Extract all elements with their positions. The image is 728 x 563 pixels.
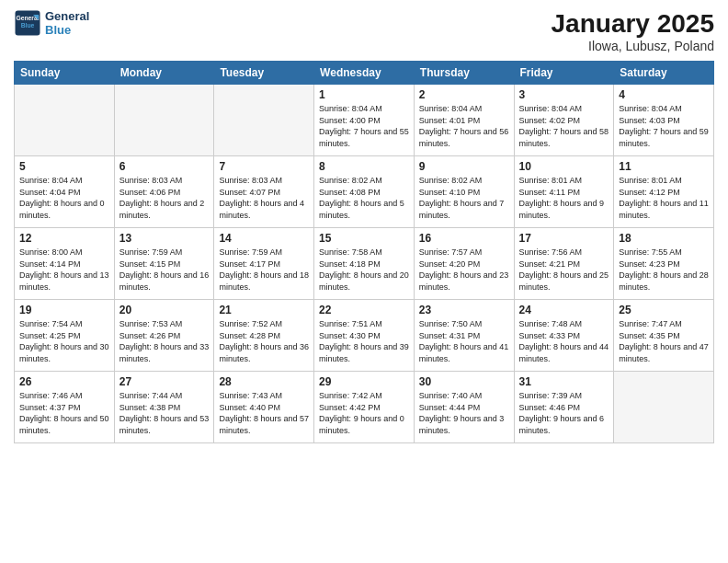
calendar-cell: 25 Sunrise: 7:47 AMSunset: 4:35 PMDaylig… bbox=[614, 300, 714, 372]
calendar-cell: 20 Sunrise: 7:53 AMSunset: 4:26 PMDaylig… bbox=[114, 300, 214, 372]
calendar-cell: 11 Sunrise: 8:01 AMSunset: 4:12 PMDaylig… bbox=[614, 156, 714, 228]
day-info: Sunrise: 7:57 AMSunset: 4:20 PMDaylight:… bbox=[419, 247, 509, 293]
day-info: Sunrise: 7:44 AMSunset: 4:38 PMDaylight:… bbox=[119, 390, 210, 436]
calendar-table: SundayMondayTuesdayWednesdayThursdayFrid… bbox=[14, 61, 714, 443]
calendar-week-row: 12 Sunrise: 8:00 AMSunset: 4:14 PMDaylig… bbox=[15, 228, 714, 300]
day-info: Sunrise: 8:04 AMSunset: 4:02 PMDaylight:… bbox=[519, 103, 609, 149]
day-info: Sunrise: 7:46 AMSunset: 4:37 PMDaylight:… bbox=[19, 390, 109, 436]
calendar-cell bbox=[15, 85, 115, 156]
day-number: 31 bbox=[519, 375, 609, 388]
day-number: 29 bbox=[319, 375, 409, 388]
calendar-cell: 15 Sunrise: 7:58 AMSunset: 4:18 PMDaylig… bbox=[314, 228, 415, 300]
logo-text: General Blue bbox=[45, 9, 89, 37]
calendar-cell: 4 Sunrise: 8:04 AMSunset: 4:03 PMDayligh… bbox=[614, 85, 714, 156]
day-number: 12 bbox=[19, 232, 109, 245]
day-info: Sunrise: 8:03 AMSunset: 4:07 PMDaylight:… bbox=[219, 175, 309, 221]
calendar-cell: 16 Sunrise: 7:57 AMSunset: 4:20 PMDaylig… bbox=[414, 228, 514, 300]
day-info: Sunrise: 7:50 AMSunset: 4:31 PMDaylight:… bbox=[419, 318, 509, 364]
day-number: 11 bbox=[619, 160, 709, 173]
day-info: Sunrise: 7:43 AMSunset: 4:40 PMDaylight:… bbox=[219, 390, 309, 436]
calendar-cell: 9 Sunrise: 8:02 AMSunset: 4:10 PMDayligh… bbox=[414, 156, 514, 228]
calendar-cell: 12 Sunrise: 8:00 AMSunset: 4:14 PMDaylig… bbox=[15, 228, 115, 300]
day-info: Sunrise: 7:48 AMSunset: 4:33 PMDaylight:… bbox=[519, 318, 609, 364]
day-number: 5 bbox=[19, 160, 109, 173]
calendar-cell bbox=[114, 85, 214, 156]
calendar-cell: 14 Sunrise: 7:59 AMSunset: 4:17 PMDaylig… bbox=[214, 228, 314, 300]
day-number: 4 bbox=[619, 88, 709, 101]
day-number: 8 bbox=[319, 160, 409, 173]
calendar-week-row: 5 Sunrise: 8:04 AMSunset: 4:04 PMDayligh… bbox=[15, 156, 714, 228]
day-number: 28 bbox=[219, 375, 309, 388]
day-info: Sunrise: 8:01 AMSunset: 4:12 PMDaylight:… bbox=[619, 175, 709, 221]
weekday-header: Tuesday bbox=[214, 62, 314, 85]
day-number: 20 bbox=[119, 304, 210, 316]
day-number: 26 bbox=[19, 375, 109, 388]
calendar-cell: 22 Sunrise: 7:51 AMSunset: 4:30 PMDaylig… bbox=[314, 300, 415, 372]
day-number: 19 bbox=[19, 304, 109, 316]
title-block: January 2025 Ilowa, Lubusz, Poland bbox=[552, 9, 714, 53]
day-info: Sunrise: 8:02 AMSunset: 4:10 PMDaylight:… bbox=[419, 175, 509, 221]
calendar-cell: 1 Sunrise: 8:04 AMSunset: 4:00 PMDayligh… bbox=[314, 85, 415, 156]
weekday-header: Wednesday bbox=[314, 62, 415, 85]
calendar-cell: 30 Sunrise: 7:40 AMSunset: 4:44 PMDaylig… bbox=[414, 372, 514, 443]
day-info: Sunrise: 7:40 AMSunset: 4:44 PMDaylight:… bbox=[419, 390, 509, 436]
calendar-cell: 31 Sunrise: 7:39 AMSunset: 4:46 PMDaylig… bbox=[514, 372, 614, 443]
calendar-cell: 10 Sunrise: 8:01 AMSunset: 4:11 PMDaylig… bbox=[514, 156, 614, 228]
calendar-container: General Blue General Blue January 2025 I… bbox=[0, 0, 728, 448]
calendar-cell: 17 Sunrise: 7:56 AMSunset: 4:21 PMDaylig… bbox=[514, 228, 614, 300]
day-number: 10 bbox=[519, 160, 609, 173]
calendar-cell: 18 Sunrise: 7:55 AMSunset: 4:23 PMDaylig… bbox=[614, 228, 714, 300]
day-number: 7 bbox=[219, 160, 309, 173]
day-info: Sunrise: 7:42 AMSunset: 4:42 PMDaylight:… bbox=[319, 390, 409, 436]
month-title: January 2025 bbox=[552, 9, 714, 39]
svg-text:Blue: Blue bbox=[21, 22, 35, 29]
day-info: Sunrise: 7:51 AMSunset: 4:30 PMDaylight:… bbox=[319, 318, 409, 364]
day-number: 15 bbox=[319, 232, 409, 245]
logo-line2: Blue bbox=[45, 23, 89, 37]
logo-line1: General bbox=[45, 9, 89, 23]
day-number: 6 bbox=[119, 160, 210, 173]
calendar-cell: 21 Sunrise: 7:52 AMSunset: 4:28 PMDaylig… bbox=[214, 300, 314, 372]
calendar-cell bbox=[214, 85, 314, 156]
calendar-cell: 3 Sunrise: 8:04 AMSunset: 4:02 PMDayligh… bbox=[514, 85, 614, 156]
day-number: 13 bbox=[119, 232, 210, 245]
calendar-cell: 19 Sunrise: 7:54 AMSunset: 4:25 PMDaylig… bbox=[15, 300, 115, 372]
calendar-week-row: 19 Sunrise: 7:54 AMSunset: 4:25 PMDaylig… bbox=[15, 300, 714, 372]
day-number: 17 bbox=[519, 232, 609, 245]
day-number: 23 bbox=[419, 304, 509, 316]
weekday-header: Sunday bbox=[15, 62, 115, 85]
day-info: Sunrise: 7:55 AMSunset: 4:23 PMDaylight:… bbox=[619, 247, 709, 293]
day-number: 25 bbox=[619, 304, 709, 316]
day-info: Sunrise: 8:04 AMSunset: 4:04 PMDaylight:… bbox=[19, 175, 109, 221]
day-info: Sunrise: 7:39 AMSunset: 4:46 PMDaylight:… bbox=[519, 390, 609, 436]
day-number: 21 bbox=[219, 304, 309, 316]
day-number: 9 bbox=[419, 160, 509, 173]
calendar-cell bbox=[614, 372, 714, 443]
logo-icon: General Blue bbox=[14, 9, 41, 37]
calendar-cell: 2 Sunrise: 8:04 AMSunset: 4:01 PMDayligh… bbox=[414, 85, 514, 156]
weekday-header: Saturday bbox=[614, 62, 714, 85]
calendar-week-row: 1 Sunrise: 8:04 AMSunset: 4:00 PMDayligh… bbox=[15, 85, 714, 156]
day-number: 30 bbox=[419, 375, 509, 388]
day-info: Sunrise: 8:03 AMSunset: 4:06 PMDaylight:… bbox=[119, 175, 210, 221]
day-info: Sunrise: 8:01 AMSunset: 4:11 PMDaylight:… bbox=[519, 175, 609, 221]
weekday-header-row: SundayMondayTuesdayWednesdayThursdayFrid… bbox=[15, 62, 714, 85]
calendar-cell: 28 Sunrise: 7:43 AMSunset: 4:40 PMDaylig… bbox=[214, 372, 314, 443]
day-info: Sunrise: 8:04 AMSunset: 4:01 PMDaylight:… bbox=[419, 103, 509, 149]
location: Ilowa, Lubusz, Poland bbox=[552, 39, 714, 53]
weekday-header: Thursday bbox=[414, 62, 514, 85]
calendar-cell: 27 Sunrise: 7:44 AMSunset: 4:38 PMDaylig… bbox=[114, 372, 214, 443]
calendar-week-row: 26 Sunrise: 7:46 AMSunset: 4:37 PMDaylig… bbox=[15, 372, 714, 443]
day-info: Sunrise: 8:04 AMSunset: 4:00 PMDaylight:… bbox=[319, 103, 409, 149]
calendar-cell: 23 Sunrise: 7:50 AMSunset: 4:31 PMDaylig… bbox=[414, 300, 514, 372]
logo: General Blue General Blue bbox=[14, 9, 89, 37]
day-number: 14 bbox=[219, 232, 309, 245]
calendar-cell: 8 Sunrise: 8:02 AMSunset: 4:08 PMDayligh… bbox=[314, 156, 415, 228]
day-number: 27 bbox=[119, 375, 210, 388]
calendar-cell: 5 Sunrise: 8:04 AMSunset: 4:04 PMDayligh… bbox=[15, 156, 115, 228]
calendar-cell: 7 Sunrise: 8:03 AMSunset: 4:07 PMDayligh… bbox=[214, 156, 314, 228]
day-info: Sunrise: 7:47 AMSunset: 4:35 PMDaylight:… bbox=[619, 318, 709, 364]
day-number: 3 bbox=[519, 88, 609, 101]
header-row: General Blue General Blue January 2025 I… bbox=[14, 9, 714, 53]
calendar-cell: 29 Sunrise: 7:42 AMSunset: 4:42 PMDaylig… bbox=[314, 372, 415, 443]
